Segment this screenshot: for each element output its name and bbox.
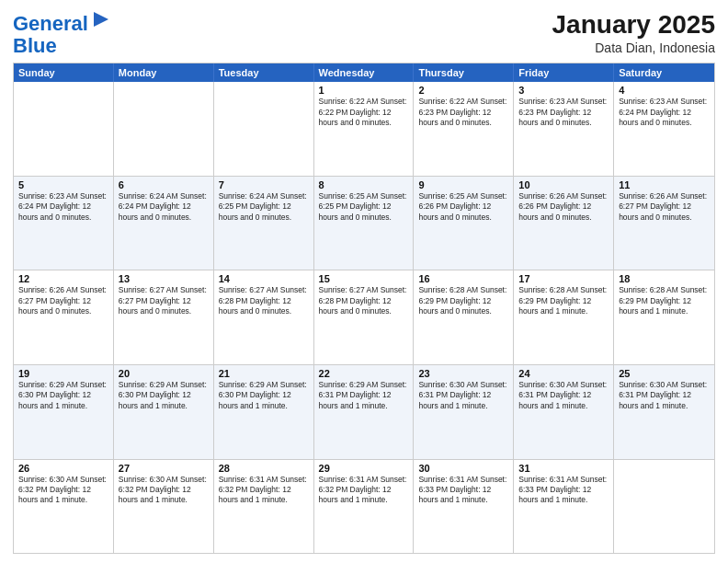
- calendar-cell-w2-d2: 6Sunrise: 6:24 AM Sunset: 6:24 PM Daylig…: [114, 177, 214, 270]
- day-number: 19: [18, 368, 108, 379]
- calendar-cell-w5-d4: 29Sunrise: 6:31 AM Sunset: 6:32 PM Dayli…: [314, 460, 415, 554]
- calendar-cell-w3-d2: 13Sunrise: 6:27 AM Sunset: 6:27 PM Dayli…: [114, 270, 214, 364]
- day-number: 5: [18, 179, 108, 190]
- day-number: 10: [518, 179, 609, 190]
- calendar-cell-w1-d1: [14, 82, 114, 176]
- day-number: 15: [319, 273, 409, 284]
- day-info: Sunrise: 6:22 AM Sunset: 6:22 PM Dayligh…: [319, 97, 409, 128]
- day-number: 7: [219, 179, 309, 190]
- calendar-week-3: 12Sunrise: 6:26 AM Sunset: 6:27 PM Dayli…: [14, 270, 714, 365]
- calendar-week-2: 5Sunrise: 6:23 AM Sunset: 6:24 PM Daylig…: [14, 177, 714, 271]
- calendar-cell-w3-d6: 17Sunrise: 6:28 AM Sunset: 6:29 PM Dayli…: [514, 270, 614, 364]
- day-info: Sunrise: 6:27 AM Sunset: 6:28 PM Dayligh…: [319, 285, 409, 316]
- calendar-cell-w1-d2: [114, 82, 214, 176]
- header-thursday: Thursday: [414, 63, 514, 82]
- day-info: Sunrise: 6:23 AM Sunset: 6:23 PM Dayligh…: [518, 97, 609, 128]
- day-number: 21: [219, 368, 309, 379]
- calendar-cell-w1-d4: 1Sunrise: 6:22 AM Sunset: 6:22 PM Daylig…: [314, 82, 415, 176]
- day-info: Sunrise: 6:30 AM Sunset: 6:31 PM Dayligh…: [418, 380, 508, 411]
- day-info: Sunrise: 6:26 AM Sunset: 6:27 PM Dayligh…: [18, 285, 108, 316]
- day-number: 30: [418, 463, 508, 474]
- calendar-cell-w1-d5: 2Sunrise: 6:22 AM Sunset: 6:23 PM Daylig…: [414, 82, 514, 176]
- day-info: Sunrise: 6:25 AM Sunset: 6:25 PM Dayligh…: [319, 191, 409, 223]
- calendar-cell-w4-d5: 23Sunrise: 6:30 AM Sunset: 6:31 PM Dayli…: [414, 365, 514, 459]
- day-number: 24: [518, 368, 609, 379]
- calendar-body: 1Sunrise: 6:22 AM Sunset: 6:22 PM Daylig…: [14, 82, 714, 553]
- day-info: Sunrise: 6:28 AM Sunset: 6:29 PM Dayligh…: [619, 285, 710, 316]
- header-monday: Monday: [114, 63, 214, 82]
- calendar-cell-w4-d3: 21Sunrise: 6:29 AM Sunset: 6:30 PM Dayli…: [214, 365, 314, 459]
- day-info: Sunrise: 6:29 AM Sunset: 6:30 PM Dayligh…: [18, 380, 108, 411]
- day-number: 23: [418, 368, 508, 379]
- calendar-cell-w1-d6: 3Sunrise: 6:23 AM Sunset: 6:23 PM Daylig…: [514, 82, 614, 176]
- logo-text: General: [13, 13, 88, 35]
- day-number: 13: [119, 273, 209, 284]
- day-number: 4: [619, 85, 710, 96]
- day-number: 8: [319, 179, 409, 190]
- calendar-cell-w5-d1: 26Sunrise: 6:30 AM Sunset: 6:32 PM Dayli…: [14, 460, 114, 554]
- day-info: Sunrise: 6:30 AM Sunset: 6:32 PM Dayligh…: [119, 475, 209, 506]
- svg-marker-0: [94, 12, 108, 27]
- calendar-cell-w2-d5: 9Sunrise: 6:25 AM Sunset: 6:26 PM Daylig…: [414, 177, 514, 270]
- day-info: Sunrise: 6:26 AM Sunset: 6:27 PM Dayligh…: [619, 191, 710, 223]
- day-info: Sunrise: 6:25 AM Sunset: 6:26 PM Dayligh…: [418, 191, 508, 223]
- day-info: Sunrise: 6:24 AM Sunset: 6:25 PM Dayligh…: [219, 191, 309, 223]
- page: General Blue January 2025 Data Dian, Ind…: [0, 0, 728, 563]
- day-number: 17: [518, 273, 609, 284]
- header: General Blue January 2025 Data Dian, Ind…: [13, 9, 715, 57]
- logo-blue-text: Blue: [13, 34, 57, 57]
- day-number: 12: [18, 273, 108, 284]
- calendar-cell-w5-d3: 28Sunrise: 6:31 AM Sunset: 6:32 PM Dayli…: [214, 460, 314, 554]
- calendar-cell-w3-d7: 18Sunrise: 6:28 AM Sunset: 6:29 PM Dayli…: [614, 270, 714, 364]
- day-number: 9: [418, 179, 508, 190]
- calendar-cell-w3-d3: 14Sunrise: 6:27 AM Sunset: 6:28 PM Dayli…: [214, 270, 314, 364]
- calendar-cell-w4-d2: 20Sunrise: 6:29 AM Sunset: 6:30 PM Dayli…: [114, 365, 214, 459]
- header-friday: Friday: [514, 63, 614, 82]
- day-number: 3: [518, 85, 609, 96]
- calendar-cell-w2-d1: 5Sunrise: 6:23 AM Sunset: 6:24 PM Daylig…: [14, 177, 114, 270]
- day-info: Sunrise: 6:28 AM Sunset: 6:29 PM Dayligh…: [518, 285, 609, 316]
- day-number: 16: [418, 273, 508, 284]
- day-info: Sunrise: 6:24 AM Sunset: 6:24 PM Dayligh…: [119, 191, 209, 223]
- calendar-week-5: 26Sunrise: 6:30 AM Sunset: 6:32 PM Dayli…: [14, 460, 714, 554]
- day-info: Sunrise: 6:29 AM Sunset: 6:30 PM Dayligh…: [119, 380, 209, 411]
- header-tuesday: Tuesday: [214, 63, 314, 82]
- calendar-cell-w3-d4: 15Sunrise: 6:27 AM Sunset: 6:28 PM Dayli…: [314, 270, 415, 364]
- calendar: Sunday Monday Tuesday Wednesday Thursday…: [13, 63, 715, 554]
- day-number: 6: [119, 179, 209, 190]
- day-number: 27: [119, 463, 209, 474]
- day-info: Sunrise: 6:27 AM Sunset: 6:27 PM Dayligh…: [119, 285, 209, 316]
- day-info: Sunrise: 6:23 AM Sunset: 6:24 PM Dayligh…: [619, 97, 710, 128]
- day-info: Sunrise: 6:26 AM Sunset: 6:26 PM Dayligh…: [518, 191, 609, 223]
- day-info: Sunrise: 6:22 AM Sunset: 6:23 PM Dayligh…: [418, 97, 508, 128]
- title-block: January 2025 Data Dian, Indonesia: [552, 9, 715, 55]
- day-number: 1: [319, 85, 409, 96]
- day-info: Sunrise: 6:27 AM Sunset: 6:28 PM Dayligh…: [219, 285, 309, 316]
- calendar-cell-w4-d7: 25Sunrise: 6:30 AM Sunset: 6:31 PM Dayli…: [614, 365, 714, 459]
- day-number: 18: [619, 273, 710, 284]
- day-number: 25: [619, 368, 710, 379]
- day-info: Sunrise: 6:31 AM Sunset: 6:32 PM Dayligh…: [319, 475, 409, 506]
- day-info: Sunrise: 6:31 AM Sunset: 6:33 PM Dayligh…: [518, 475, 609, 506]
- calendar-week-1: 1Sunrise: 6:22 AM Sunset: 6:22 PM Daylig…: [14, 82, 714, 177]
- logo: General Blue: [13, 13, 112, 57]
- calendar-cell-w2-d3: 7Sunrise: 6:24 AM Sunset: 6:25 PM Daylig…: [214, 177, 314, 270]
- logo-icon: [90, 10, 112, 32]
- day-number: 28: [219, 463, 309, 474]
- calendar-cell-w5-d2: 27Sunrise: 6:30 AM Sunset: 6:32 PM Dayli…: [114, 460, 214, 554]
- day-number: 20: [119, 368, 209, 379]
- day-info: Sunrise: 6:30 AM Sunset: 6:32 PM Dayligh…: [18, 475, 108, 506]
- calendar-cell-w1-d3: [214, 82, 314, 176]
- day-number: 11: [619, 179, 710, 190]
- day-info: Sunrise: 6:31 AM Sunset: 6:33 PM Dayligh…: [418, 475, 508, 506]
- calendar-cell-w3-d5: 16Sunrise: 6:28 AM Sunset: 6:29 PM Dayli…: [414, 270, 514, 364]
- header-wednesday: Wednesday: [314, 63, 415, 82]
- header-sunday: Sunday: [14, 63, 114, 82]
- calendar-cell-w5-d7: [614, 460, 714, 554]
- calendar-cell-w2-d4: 8Sunrise: 6:25 AM Sunset: 6:25 PM Daylig…: [314, 177, 415, 270]
- day-number: 22: [319, 368, 409, 379]
- page-title: January 2025: [552, 9, 715, 40]
- calendar-cell-w4-d4: 22Sunrise: 6:29 AM Sunset: 6:31 PM Dayli…: [314, 365, 415, 459]
- day-number: 29: [319, 463, 409, 474]
- calendar-cell-w5-d5: 30Sunrise: 6:31 AM Sunset: 6:33 PM Dayli…: [414, 460, 514, 554]
